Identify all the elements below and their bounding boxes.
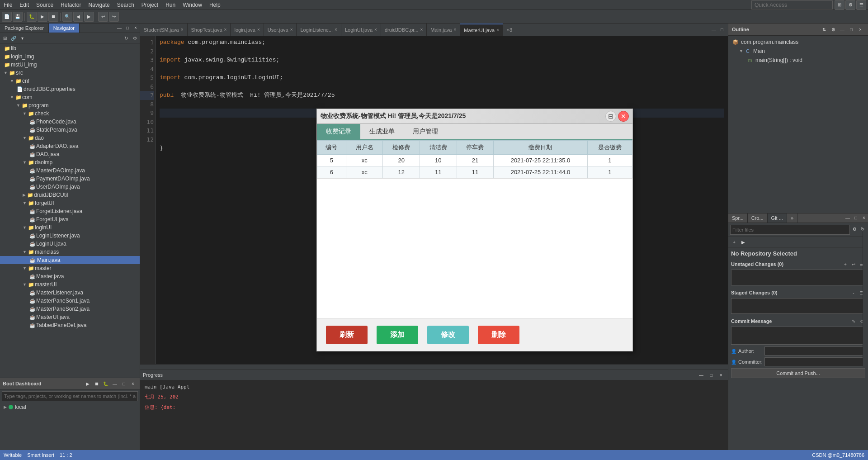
outline-package[interactable]: 📦 com.program.mainclass — [730, 38, 866, 47]
tree-src[interactable]: ▼ 📁 src — [0, 69, 140, 77]
boot-max[interactable]: □ — [120, 379, 128, 388]
tree-masterlistener[interactable]: ☕ MasterListener.java — [0, 289, 140, 297]
menu-file[interactable]: File — [0, 1, 16, 9]
tree-forgetui-java[interactable]: ☕ ForgetUI.java — [0, 215, 140, 223]
app-tab-generate[interactable]: 生成业单 — [360, 124, 404, 139]
save-btn[interactable]: 💾 — [13, 12, 23, 22]
btn-delete[interactable]: 删除 — [478, 326, 519, 344]
tab-main[interactable]: Main.java × — [427, 24, 460, 36]
menu-refactor[interactable]: Refactor — [57, 1, 85, 9]
menu-edit[interactable]: Edit — [16, 1, 33, 9]
tree-loginui-folder[interactable]: ▼ 📁 loginUI — [0, 223, 140, 232]
outline-minimize[interactable]: — — [838, 25, 846, 33]
tree-phonecode[interactable]: ☕ PhoneCode.java — [0, 118, 140, 126]
menu-project[interactable]: Project — [138, 1, 162, 9]
tree-program[interactable]: ▼ 📁 program — [0, 101, 140, 109]
tree-loginlistener[interactable]: ☕ LoginListener.java — [0, 232, 140, 240]
outline-sort-btn[interactable]: ⇅ — [820, 25, 828, 33]
tab-studentsm[interactable]: StudentSM.java × — [140, 24, 188, 36]
table-row[interactable]: 5 xc 20 10 21 2021-07-25 22:11:35.0 1 — [317, 155, 632, 166]
search-btn[interactable]: 🔍 — [62, 12, 72, 22]
menu-navigate[interactable]: Navigate — [85, 1, 113, 9]
git-tab-cro[interactable]: Cro... — [748, 213, 768, 223]
git-tab-more[interactable]: » — [787, 213, 797, 223]
tab-more[interactable]: »3 — [503, 24, 516, 36]
tree-lib[interactable]: 📁 lib — [0, 44, 140, 52]
debug-btn[interactable]: 🐛 — [27, 12, 37, 22]
tree-cnf[interactable]: ▼ 📁 cnf — [0, 77, 140, 85]
tree-masterdaoimp[interactable]: ☕ MasterDAOImp.java — [0, 166, 140, 175]
link-editor-btn[interactable]: 🔗 — [9, 34, 18, 42]
tab-loginui-close[interactable]: × — [374, 27, 377, 32]
boot-minimize[interactable]: — — [111, 379, 119, 388]
menu-source[interactable]: Source — [33, 1, 57, 9]
boot-item-local[interactable]: ▶ local — [2, 403, 138, 411]
git-commit-input[interactable] — [731, 327, 865, 345]
perspective-btn-1[interactable]: ⊞ — [835, 0, 844, 10]
boot-debug-btn[interactable]: 🐛 — [102, 379, 110, 388]
menu-search[interactable]: Search — [113, 1, 138, 9]
outline-method[interactable]: m main(String[]) : void — [730, 56, 866, 65]
git-max[interactable]: □ — [852, 213, 860, 222]
menu-window[interactable]: Window — [179, 1, 206, 9]
tab-druid[interactable]: druidJDBC.pr... × — [381, 24, 427, 36]
editor-max[interactable]: □ — [718, 26, 726, 34]
perspective-btn-3[interactable]: ☰ — [856, 0, 866, 10]
tree-staticperam[interactable]: ☕ StaticPeram.java — [0, 126, 140, 134]
tree-dao[interactable]: ▼ 📁 dao — [0, 134, 140, 142]
git-committer-input[interactable] — [764, 357, 865, 366]
prev-btn[interactable]: ◀ — [73, 12, 83, 22]
git-filter-btn[interactable]: ⚙ — [851, 225, 858, 233]
app-tab-charges[interactable]: 收费记录 — [317, 124, 360, 139]
git-minimize[interactable]: — — [844, 213, 852, 222]
outline-close[interactable]: × — [856, 25, 864, 33]
tree-mainclass[interactable]: ▼ 📁 mainclass — [0, 248, 140, 256]
tree-masterpaneson1[interactable]: ☕ MasterPaneSon1.java — [0, 297, 140, 305]
outline-class[interactable]: ▼ C Main — [730, 47, 866, 56]
tree-paymentdaoimp[interactable]: ☕ PaymentDAOImp.java — [0, 175, 140, 183]
view-menu-btn[interactable]: ▾ — [18, 34, 26, 42]
perspective-btn-2[interactable]: ⚙ — [845, 0, 855, 10]
tree-forgetlistener[interactable]: ☕ ForgetListener.java — [0, 207, 140, 215]
left-panel-max[interactable]: □ — [123, 24, 132, 32]
app-minimize-btn[interactable]: ⊟ — [605, 111, 616, 122]
git-unstaged-revert[interactable]: ↩ — [850, 261, 857, 268]
btn-add[interactable]: 添加 — [377, 326, 418, 344]
tab-navigator[interactable]: Navigator — [49, 24, 80, 33]
tab-package-explorer[interactable]: Package Explorer — [0, 24, 49, 33]
table-row[interactable]: 6 xc 12 11 11 2021-07-25 22:11:44.0 1 — [317, 166, 632, 178]
tab-loginlistener-close[interactable]: × — [335, 27, 337, 32]
tab-masterui[interactable]: MasterUI.java × — [460, 24, 503, 36]
tree-loginui-java[interactable]: ☕ LoginUI.java — [0, 240, 140, 248]
undo-btn[interactable]: ↩ — [98, 12, 108, 22]
left-panel-minimize[interactable]: — — [115, 24, 123, 32]
redo-btn[interactable]: ↪ — [109, 12, 119, 22]
boot-stop-btn[interactable]: ⏹ — [93, 379, 101, 388]
tree-adapterdao[interactable]: ☕ AdapterDAO.java — [0, 142, 140, 150]
tab-loginui[interactable]: LoginUI.java × — [341, 24, 381, 36]
tree-com[interactable]: ▼ 📁 com — [0, 93, 140, 101]
git-add-btn[interactable]: + — [730, 238, 738, 246]
progress-max[interactable]: □ — [707, 371, 715, 379]
git-tab-git[interactable]: Git ... — [768, 213, 787, 223]
progress-close[interactable]: × — [717, 371, 725, 379]
tab-shoptest[interactable]: ShopTest.java × — [188, 24, 231, 36]
progress-minimize[interactable]: — — [697, 371, 705, 379]
filter-btn[interactable]: ⚙ — [131, 34, 139, 42]
run-btn[interactable]: ▶ — [38, 12, 47, 22]
tree-druid-props[interactable]: 📄 druidJDBC.properties — [0, 85, 140, 93]
sync-btn[interactable]: ↻ — [122, 34, 130, 42]
tab-user[interactable]: User.java × — [264, 24, 297, 36]
boot-start-btn[interactable]: ▶ — [84, 379, 92, 388]
outline-max[interactable]: □ — [847, 25, 855, 33]
quick-access-input[interactable] — [751, 0, 833, 9]
editor-vscroll[interactable] — [863, 231, 868, 366]
git-close[interactable]: × — [860, 213, 868, 222]
tab-user-close[interactable]: × — [290, 27, 293, 32]
tab-login[interactable]: login.java × — [231, 24, 264, 36]
menu-help[interactable]: Help — [206, 1, 224, 9]
tab-shoptest-close[interactable]: × — [224, 27, 227, 32]
outline-filter-btn[interactable]: ⚙ — [829, 25, 837, 33]
tree-forgetui[interactable]: ▼ 📁 forgetUI — [0, 199, 140, 207]
tab-druid-close[interactable]: × — [420, 27, 423, 32]
